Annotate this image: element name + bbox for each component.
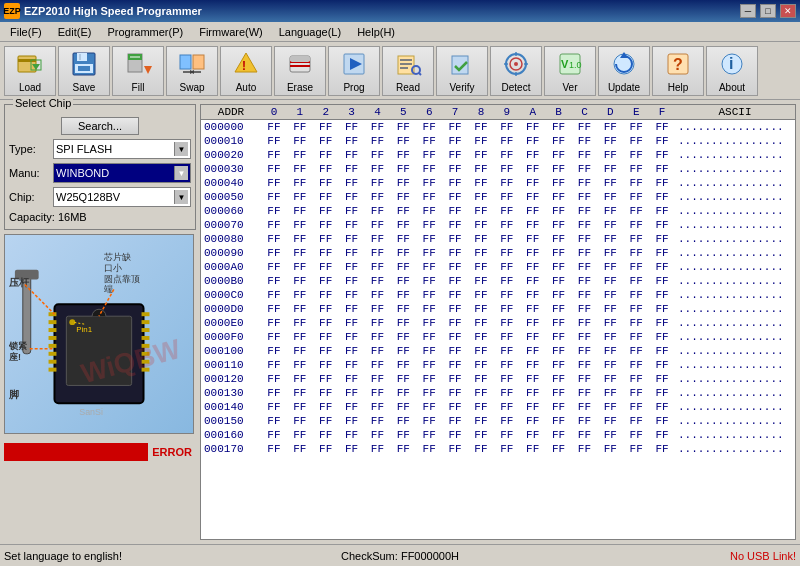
status-usb: No USB Link!	[532, 550, 796, 562]
fill-button[interactable]: Fill	[112, 46, 164, 96]
hex-cell: FF	[468, 330, 494, 344]
type-combo[interactable]: SPI FLASH ▼	[53, 139, 191, 159]
hex-cell: FF	[649, 428, 675, 442]
hex-cell: FF	[261, 428, 287, 442]
hex-cell: FF	[442, 162, 468, 176]
manu-value: WINBOND	[56, 167, 109, 179]
ascii-cell: ................	[675, 428, 795, 442]
hex-cell: FF	[365, 260, 391, 274]
manu-row: Manu: WINBOND ▼	[9, 163, 191, 183]
prog-button[interactable]: Prog	[328, 46, 380, 96]
read-button[interactable]: Read	[382, 46, 434, 96]
hex-cell: FF	[623, 148, 649, 162]
col-b-header: B	[546, 105, 572, 120]
hex-cell: FF	[623, 428, 649, 442]
menu-file[interactable]: File(F)	[2, 24, 50, 40]
hex-cell: FF	[649, 400, 675, 414]
svg-text:圆点靠顶: 圆点靠顶	[104, 274, 140, 284]
hex-cell: FF	[390, 148, 416, 162]
help-button[interactable]: ? Help	[652, 46, 704, 96]
table-row: 000060FFFFFFFFFFFFFFFFFFFFFFFFFFFFFFFF..…	[201, 204, 795, 218]
hex-cell: FF	[416, 120, 442, 135]
menu-help[interactable]: Help(H)	[349, 24, 403, 40]
toolbar: Load Save Fill	[0, 42, 800, 100]
update-button[interactable]: Update	[598, 46, 650, 96]
hex-cell: FF	[416, 176, 442, 190]
chip-svg: WiQBW 压杆 芯片缺 口小 圆点靠顶 端 Pin1 锁紧 座! 脚 SanS…	[5, 234, 193, 434]
about-label: About	[719, 82, 745, 93]
hex-cell: FF	[365, 274, 391, 288]
hex-cell: FF	[649, 442, 675, 456]
manu-combo[interactable]: WINBOND ▼	[53, 163, 191, 183]
verify-button[interactable]: Verify	[436, 46, 488, 96]
hex-cell: FF	[468, 288, 494, 302]
chip-combo[interactable]: W25Q128BV ▼	[53, 187, 191, 207]
hex-cell: FF	[468, 414, 494, 428]
hex-cell: FF	[261, 330, 287, 344]
detect-button[interactable]: Detect	[490, 46, 542, 96]
hex-cell: FF	[339, 134, 365, 148]
hex-cell: FF	[365, 246, 391, 260]
hex-cell: FF	[339, 148, 365, 162]
hex-cell: FF	[649, 274, 675, 288]
hex-cell: FF	[261, 316, 287, 330]
maximize-button[interactable]: □	[760, 4, 776, 18]
menu-language[interactable]: Language(L)	[271, 24, 349, 40]
menu-firmware[interactable]: Firmware(W)	[191, 24, 271, 40]
svg-text:口小: 口小	[104, 263, 122, 273]
load-label: Load	[19, 82, 41, 93]
hex-cell: FF	[468, 162, 494, 176]
table-row: 000110FFFFFFFFFFFFFFFFFFFFFFFFFFFFFFFF..…	[201, 358, 795, 372]
ver-button[interactable]: V 1.0 Ver	[544, 46, 596, 96]
hex-cell: FF	[623, 246, 649, 260]
hex-cell: FF	[494, 134, 520, 148]
ascii-cell: ................	[675, 190, 795, 204]
hex-cell: FF	[390, 400, 416, 414]
hex-cell: FF	[313, 162, 339, 176]
addr-cell: 000130	[201, 386, 261, 400]
hex-cell: FF	[572, 358, 598, 372]
hex-table-container[interactable]: ADDR 0 1 2 3 4 5 6 7 8 9 A B C D	[201, 105, 795, 539]
table-row: 000070FFFFFFFFFFFFFFFFFFFFFFFFFFFFFFFF..…	[201, 218, 795, 232]
table-row: 0000C0FFFFFFFFFFFFFFFFFFFFFFFFFFFFFFFF..…	[201, 288, 795, 302]
search-button[interactable]: Search...	[61, 117, 139, 135]
hex-cell: FF	[572, 218, 598, 232]
hex-cell: FF	[468, 400, 494, 414]
hex-cell: FF	[623, 260, 649, 274]
auto-button[interactable]: ! Auto	[220, 46, 272, 96]
hex-cell: FF	[287, 414, 313, 428]
hex-cell: FF	[390, 442, 416, 456]
table-row: 000080FFFFFFFFFFFFFFFFFFFFFFFFFFFFFFFF..…	[201, 232, 795, 246]
update-label: Update	[608, 82, 640, 93]
load-button[interactable]: Load	[4, 46, 56, 96]
swap-button[interactable]: Swap	[166, 46, 218, 96]
hex-cell: FF	[468, 386, 494, 400]
addr-header: ADDR	[201, 105, 261, 120]
save-label: Save	[73, 82, 96, 93]
hex-cell: FF	[339, 330, 365, 344]
hex-cell: FF	[339, 358, 365, 372]
minimize-button[interactable]: ─	[740, 4, 756, 18]
hex-cell: FF	[494, 260, 520, 274]
hex-cell: FF	[390, 204, 416, 218]
type-row: Type: SPI FLASH ▼	[9, 139, 191, 159]
hex-cell: FF	[520, 218, 546, 232]
svg-rect-28	[400, 67, 408, 69]
app-icon: EZP	[4, 3, 20, 19]
addr-cell: 0000C0	[201, 288, 261, 302]
hex-cell: FF	[313, 148, 339, 162]
hex-cell: FF	[494, 246, 520, 260]
menu-programmer[interactable]: Programmer(P)	[99, 24, 191, 40]
save-button[interactable]: Save	[58, 46, 110, 96]
about-button[interactable]: i About	[706, 46, 758, 96]
hex-cell: FF	[623, 176, 649, 190]
menu-edit[interactable]: Edit(E)	[50, 24, 100, 40]
table-row: 000100FFFFFFFFFFFFFFFFFFFFFFFFFFFFFFFF..…	[201, 344, 795, 358]
erase-button[interactable]: Erase	[274, 46, 326, 96]
verify-label: Verify	[449, 82, 474, 93]
table-row: 000030FFFFFFFFFFFFFFFFFFFFFFFFFFFFFFFF..…	[201, 162, 795, 176]
close-button[interactable]: ✕	[780, 4, 796, 18]
hex-cell: FF	[390, 428, 416, 442]
hex-cell: FF	[597, 358, 623, 372]
hex-cell: FF	[468, 148, 494, 162]
